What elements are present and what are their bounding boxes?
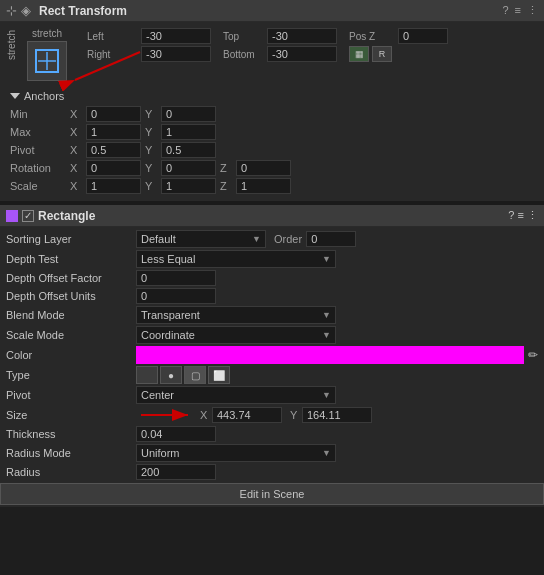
size-label: Size [6, 409, 136, 421]
more-icon[interactable]: ⋮ [527, 4, 538, 17]
rotation-row: Rotation X Y Z [6, 159, 538, 177]
expand-icon: ◈ [21, 3, 31, 18]
order-group: Order [274, 231, 356, 247]
depth-offset-factor-input[interactable] [136, 270, 216, 286]
scale-mode-arrow: ▼ [322, 330, 331, 340]
scale-y-input[interactable] [161, 178, 216, 194]
help-icon[interactable]: ? [502, 4, 508, 17]
radius-input[interactable] [136, 464, 216, 480]
color-display[interactable] [136, 346, 524, 364]
anchors-toggle[interactable] [10, 93, 20, 99]
rot-x-label: X [70, 162, 82, 174]
scale-mode-value: Coordinate [141, 329, 195, 341]
rect-settings-icon[interactable]: ≡ [518, 209, 524, 221]
pivot-y-input[interactable] [161, 142, 216, 158]
depth-offset-units-label: Depth Offset Units [6, 290, 136, 302]
sorting-layer-label: Sorting Layer [6, 233, 136, 245]
rect-header-icons: ? ≡ ⋮ [508, 209, 538, 222]
pivot-y-label: Y [145, 144, 157, 156]
top-input[interactable] [267, 28, 337, 44]
anchors-header-row: Anchors [6, 87, 538, 105]
order-input[interactable] [306, 231, 356, 247]
rect-more-icon[interactable]: ⋮ [527, 209, 538, 221]
type-label: Type [6, 369, 136, 381]
max-x-input[interactable] [86, 124, 141, 140]
stretch-label: stretch [32, 28, 62, 39]
scale-z-input[interactable] [236, 178, 291, 194]
rectangle-content: Sorting Layer Default ▼ Order Depth Test… [0, 227, 544, 507]
blend-mode-label: Blend Mode [6, 309, 136, 321]
scale-mode-label: Scale Mode [6, 329, 136, 341]
left-input[interactable] [141, 28, 211, 44]
type-rounded-btn[interactable]: ⬜ [208, 366, 230, 384]
size-x-label: X [200, 409, 212, 421]
max-y-input[interactable] [161, 124, 216, 140]
min-x-input[interactable] [86, 106, 141, 122]
top-label: Top [223, 31, 263, 42]
position-fields: Left Top Pos Z Right Bottom ▦ R [87, 28, 538, 62]
size-arrow-annotation [136, 406, 196, 424]
scale-mode-dropdown[interactable]: Coordinate ▼ [136, 326, 336, 344]
size-y-input[interactable] [302, 407, 372, 423]
scale-label: Scale [10, 180, 70, 192]
thickness-row: Thickness [0, 425, 544, 443]
type-row: Type ● ▢ ⬜ [0, 365, 544, 385]
size-y-label: Y [290, 409, 302, 421]
eyedropper-icon[interactable]: ✏ [528, 348, 538, 362]
depth-offset-units-input[interactable] [136, 288, 216, 304]
rot-z-input[interactable] [236, 160, 291, 176]
stretch-box-wrapper: stretch [27, 28, 67, 81]
rect-help-icon[interactable]: ? [508, 209, 514, 221]
depth-test-label: Depth Test [6, 253, 136, 265]
stretch-area: stretch stretch Left Top Pos Z [6, 28, 538, 81]
scale-xyz: X Y Z [70, 178, 291, 194]
rb-row: Right Bottom ▦ R [87, 46, 538, 62]
radius-mode-dropdown[interactable]: Uniform ▼ [136, 444, 336, 462]
pivot-row-label: Pivot [10, 144, 70, 156]
rect-checkbox[interactable]: ✓ [22, 210, 34, 222]
posz-input[interactable] [398, 28, 448, 44]
bottom-label: Bottom [223, 49, 263, 60]
type-circle-btn[interactable]: ● [160, 366, 182, 384]
blueprint-icon[interactable]: ▦ [349, 46, 369, 62]
depth-offset-units-row: Depth Offset Units [0, 287, 544, 305]
rot-x-input[interactable] [86, 160, 141, 176]
posz-label: Pos Z [349, 31, 394, 42]
bottom-input[interactable] [267, 46, 337, 62]
type-rect-btn[interactable]: ▢ [184, 366, 206, 384]
stretch-icon [35, 49, 59, 73]
anchors-title: Anchors [24, 90, 64, 102]
depth-test-row: Depth Test Less Equal ▼ [0, 249, 544, 269]
stretch-icon-button[interactable] [27, 41, 67, 81]
rot-z-label: Z [220, 162, 232, 174]
edit-in-scene-button[interactable]: Edit in Scene [0, 483, 544, 505]
rot-y-input[interactable] [161, 160, 216, 176]
depth-test-dropdown[interactable]: Less Equal ▼ [136, 250, 336, 268]
max-row: Max X Y [6, 123, 538, 141]
settings-icon[interactable]: ≡ [515, 4, 521, 17]
max-xyz: X Y [70, 124, 216, 140]
move-icon: ⊹ [6, 3, 17, 18]
rot-y-label: Y [145, 162, 157, 174]
max-y-label: Y [145, 126, 157, 138]
scale-x-input[interactable] [86, 178, 141, 194]
sorting-layer-arrow: ▼ [252, 234, 261, 244]
min-y-input[interactable] [161, 106, 216, 122]
rectangle-header: ✓ Rectangle ? ≡ ⋮ [0, 205, 544, 227]
r-icon[interactable]: R [372, 46, 392, 62]
type-none-btn[interactable] [136, 366, 158, 384]
thickness-input[interactable] [136, 426, 216, 442]
left-label: Left [87, 31, 137, 42]
size-x-input[interactable] [212, 407, 282, 423]
rotation-xyz: X Y Z [70, 160, 291, 176]
right-input[interactable] [141, 46, 211, 62]
scale-x-label: X [70, 180, 82, 192]
max-label: Max [10, 126, 70, 138]
blend-mode-dropdown[interactable]: Transparent ▼ [136, 306, 336, 324]
rect-transform-header: ⊹ ◈ Rect Transform ? ≡ ⋮ [0, 0, 544, 22]
pivot-x-input[interactable] [86, 142, 141, 158]
pivot-dropdown[interactable]: Center ▼ [136, 386, 336, 404]
pivot-x-label: X [70, 144, 82, 156]
sorting-layer-dropdown[interactable]: Default ▼ [136, 230, 266, 248]
scale-mode-row: Scale Mode Coordinate ▼ [0, 325, 544, 345]
